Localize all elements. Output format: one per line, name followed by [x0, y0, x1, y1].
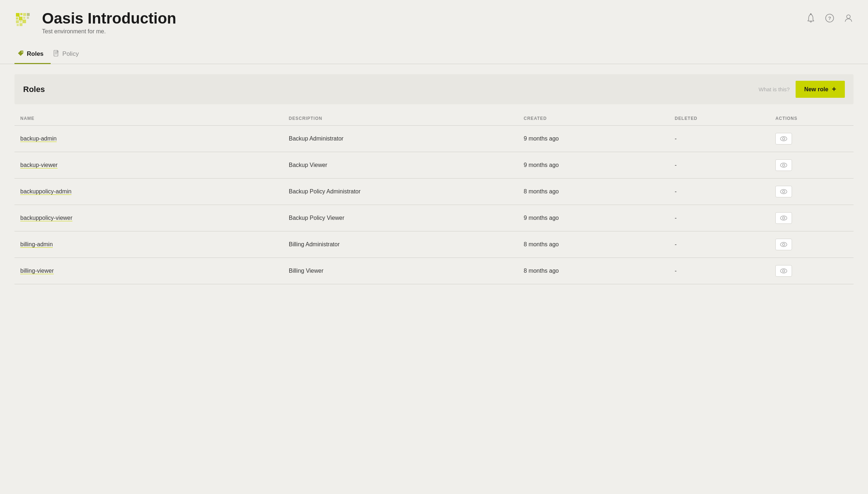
role-name-link-1[interactable]: backup-viewer: [20, 162, 58, 168]
svg-point-17: [22, 51, 23, 53]
svg-point-30: [783, 270, 785, 272]
tab-policy[interactable]: Policy: [51, 45, 86, 64]
svg-rect-3: [16, 17, 18, 20]
svg-point-27: [780, 242, 787, 247]
table-row: billing-viewer Billing Viewer 8 months a…: [14, 258, 854, 284]
view-button-5[interactable]: [775, 265, 792, 277]
svg-text:?: ?: [828, 16, 831, 21]
roles-header-right: What is this? New role +: [759, 81, 845, 98]
cell-created-5: 8 months ago: [518, 258, 669, 284]
eye-icon: [780, 163, 787, 168]
svg-point-26: [783, 217, 785, 219]
cell-actions-4: [770, 231, 854, 258]
view-button-2[interactable]: [775, 186, 792, 197]
cell-description-1: Backup Viewer: [283, 152, 518, 179]
svg-point-23: [780, 189, 787, 194]
plus-icon: +: [832, 85, 836, 93]
cell-actions-3: [770, 205, 854, 231]
cell-description-2: Backup Policy Administrator: [283, 179, 518, 205]
role-name-link-5[interactable]: billing-viewer: [20, 268, 54, 274]
roles-tab-icon: [17, 50, 24, 58]
cell-description-0: Backup Administrator: [283, 126, 518, 152]
col-header-deleted: DELETED: [669, 112, 770, 126]
view-button-4[interactable]: [775, 239, 792, 250]
new-role-label: New role: [804, 86, 829, 93]
bell-icon: [806, 13, 816, 23]
header: Oasis Introduction Test environment for …: [0, 0, 868, 42]
eye-icon: [780, 136, 787, 141]
svg-rect-4: [19, 17, 22, 20]
cell-deleted-3: -: [669, 205, 770, 231]
table-row: backup-viewer Backup Viewer 9 months ago…: [14, 152, 854, 179]
cell-description-4: Billing Administrator: [283, 231, 518, 258]
cell-name-0: backup-admin: [14, 126, 283, 152]
col-header-created: CREATED: [518, 112, 669, 126]
svg-rect-10: [27, 17, 29, 19]
header-left: Oasis Introduction Test environment for …: [14, 10, 176, 35]
notifications-button[interactable]: [806, 13, 816, 23]
tab-roles[interactable]: Roles: [14, 45, 51, 64]
svg-rect-5: [23, 17, 25, 19]
svg-point-22: [783, 164, 785, 166]
user-icon: [843, 13, 854, 23]
cell-deleted-4: -: [669, 231, 770, 258]
cell-actions-0: [770, 126, 854, 152]
svg-rect-1: [20, 13, 22, 15]
header-right: ?: [806, 10, 854, 23]
eye-icon: [780, 242, 787, 247]
svg-rect-2: [23, 13, 26, 16]
eye-icon: [780, 189, 787, 194]
svg-point-19: [780, 137, 787, 141]
svg-point-16: [847, 15, 850, 18]
eye-icon: [780, 268, 787, 273]
cell-created-4: 8 months ago: [518, 231, 669, 258]
help-icon: ?: [825, 13, 835, 23]
cell-description-5: Billing Viewer: [283, 258, 518, 284]
roles-section-title: Roles: [23, 85, 45, 94]
cell-name-2: backuppolicy-admin: [14, 179, 283, 205]
role-name-link-3[interactable]: backuppolicy-viewer: [20, 215, 72, 221]
cell-created-1: 9 months ago: [518, 152, 669, 179]
help-button[interactable]: ?: [825, 13, 835, 23]
cell-name-5: billing-viewer: [14, 258, 283, 284]
header-title-block: Oasis Introduction Test environment for …: [42, 10, 176, 35]
cell-description-3: Backup Policy Viewer: [283, 205, 518, 231]
svg-point-29: [780, 269, 787, 273]
table-row: backuppolicy-viewer Backup Policy Viewer…: [14, 205, 854, 231]
tabs-bar: Roles Policy: [0, 45, 868, 64]
view-button-3[interactable]: [775, 212, 792, 224]
user-profile-button[interactable]: [843, 13, 854, 23]
table-row: backup-admin Backup Administrator 9 mont…: [14, 126, 854, 152]
new-role-button[interactable]: New role +: [796, 81, 845, 98]
table-row: backuppolicy-admin Backup Policy Adminis…: [14, 179, 854, 205]
view-button-1[interactable]: [775, 159, 792, 171]
cell-deleted-2: -: [669, 179, 770, 205]
tab-roles-label: Roles: [27, 50, 43, 58]
col-header-description: DESCRIPTION: [283, 112, 518, 126]
col-header-name: NAME: [14, 112, 283, 126]
eye-icon: [780, 215, 787, 221]
cell-created-0: 9 months ago: [518, 126, 669, 152]
svg-rect-9: [27, 13, 30, 16]
cell-actions-5: [770, 258, 854, 284]
cell-deleted-1: -: [669, 152, 770, 179]
svg-rect-6: [16, 20, 19, 23]
app-subtitle: Test environment for me.: [42, 28, 176, 35]
role-name-link-2[interactable]: backuppolicy-admin: [20, 188, 71, 194]
main-content: Roles What is this? New role + NAME DESC…: [0, 64, 868, 294]
col-header-actions: ACTIONS: [770, 112, 854, 126]
svg-rect-7: [20, 20, 22, 22]
svg-rect-11: [17, 24, 19, 26]
role-name-link-0[interactable]: backup-admin: [20, 135, 57, 142]
svg-point-24: [783, 191, 785, 193]
view-button-0[interactable]: [775, 133, 792, 145]
table-header-row: NAME DESCRIPTION CREATED DELETED ACTIONS: [14, 112, 854, 126]
svg-point-21: [780, 163, 787, 167]
policy-tab-icon: [54, 50, 59, 58]
svg-point-20: [783, 138, 785, 140]
cell-actions-1: [770, 152, 854, 179]
cell-name-3: backuppolicy-viewer: [14, 205, 283, 231]
role-name-link-4[interactable]: billing-admin: [20, 241, 53, 247]
cell-actions-2: [770, 179, 854, 205]
app-title: Oasis Introduction: [42, 10, 176, 27]
